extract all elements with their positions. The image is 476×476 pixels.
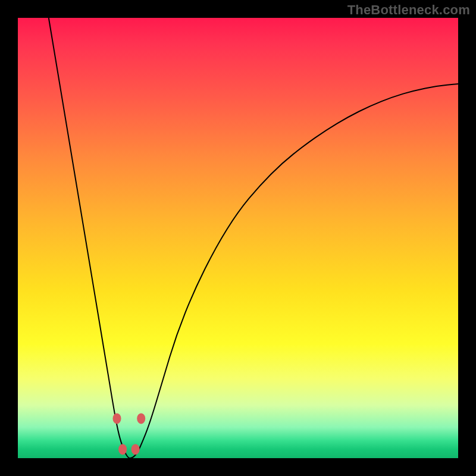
plot-area — [18, 18, 458, 458]
annotation-dots — [113, 413, 146, 455]
annotation-dot — [131, 444, 140, 455]
chart-frame: TheBottleneck.com — [0, 0, 476, 476]
bottleneck-curve-svg — [18, 18, 458, 458]
annotation-dot — [113, 413, 121, 424]
watermark-text: TheBottleneck.com — [347, 2, 470, 18]
annotation-dot — [118, 444, 127, 455]
annotation-dot — [137, 413, 145, 424]
bottleneck-curve-path — [49, 18, 458, 458]
